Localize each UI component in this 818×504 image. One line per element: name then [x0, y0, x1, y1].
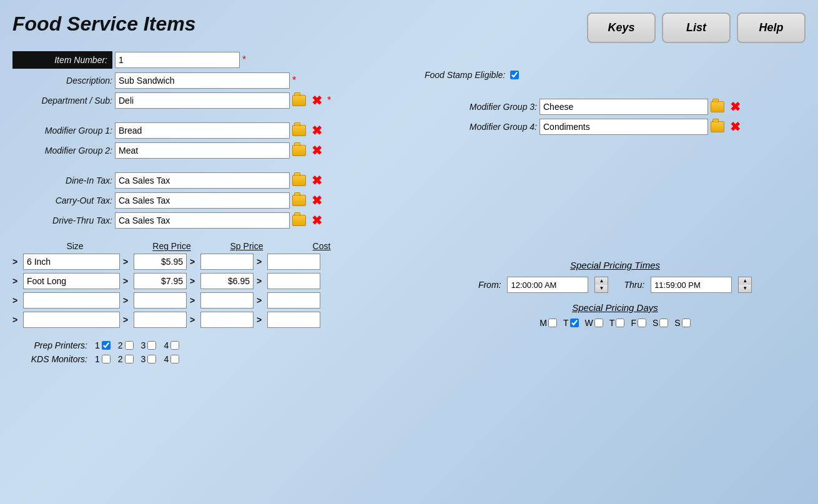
modifier2-row: Modifier Group 2: ✖ [12, 142, 412, 159]
department-input[interactable] [115, 92, 290, 109]
drive-thru-folder-button[interactable] [291, 212, 307, 229]
prep-printer-2-checkbox[interactable] [125, 341, 134, 350]
kds-monitors-label: KDS Monitors: [12, 354, 87, 364]
item-number-input[interactable] [115, 52, 240, 68]
cost-input-4[interactable] [267, 312, 320, 328]
size-row-4: > > > > [12, 312, 412, 328]
kds-monitor-4-num: 4 [164, 354, 169, 364]
cost-input-2[interactable] [267, 273, 320, 289]
description-input[interactable] [115, 72, 290, 89]
modifier4-clear-button[interactable]: ✖ [727, 119, 743, 135]
modifier1-clear-button[interactable]: ✖ [308, 122, 325, 139]
prep-printer-1-checkbox[interactable] [102, 341, 111, 350]
dine-in-clear-button[interactable]: ✖ [308, 172, 325, 189]
from-time-up[interactable]: ▲ [595, 277, 608, 285]
reg-price-input-4[interactable] [134, 312, 187, 328]
thru-time-up[interactable]: ▲ [739, 277, 751, 285]
x-icon: ✖ [312, 94, 322, 107]
special-pricing-days-row: M T W T F [425, 318, 806, 328]
modifier4-row: Modifier Group 4: ✖ [425, 119, 806, 135]
reg-price-input-1[interactable] [134, 254, 187, 270]
drive-thru-input[interactable] [115, 212, 290, 229]
food-stamp-row: Food Stamp Eligible: [425, 70, 806, 80]
modifier4-label: Modifier Group 4: [425, 122, 537, 132]
kds-monitor-4-checkbox[interactable] [170, 355, 179, 363]
from-time-input[interactable] [507, 277, 588, 293]
prep-printer-3: 3 [141, 340, 157, 350]
sp-price-input-1[interactable] [200, 254, 254, 270]
modifier1-folder-button[interactable] [291, 122, 307, 139]
folder-icon [292, 145, 306, 156]
thru-time-input[interactable] [651, 277, 732, 293]
folder-icon [292, 95, 306, 106]
from-time-down[interactable]: ▼ [595, 285, 608, 292]
kds-monitor-1-checkbox[interactable] [102, 355, 111, 363]
thru-time-spinner[interactable]: ▲ ▼ [738, 277, 752, 293]
size-arrow-1: > [12, 257, 20, 267]
size-input-3[interactable] [23, 292, 120, 309]
carry-out-clear-button[interactable]: ✖ [308, 192, 325, 209]
kds-monitor-2-checkbox[interactable] [125, 355, 134, 363]
day-wednesday-checkbox[interactable] [594, 319, 603, 327]
department-clear-button[interactable]: ✖ [308, 92, 325, 109]
day-saturday: S [653, 318, 668, 328]
description-label: Description: [12, 76, 112, 86]
day-sunday-letter: S [674, 318, 680, 328]
sp-price-input-2[interactable] [200, 273, 254, 289]
x-icon: ✖ [312, 124, 322, 137]
description-required: * [292, 75, 296, 86]
day-friday-checkbox[interactable] [638, 319, 646, 327]
prep-printers-label: Prep Printers: [12, 340, 87, 350]
reg-price-input-2[interactable] [134, 273, 187, 289]
size-input-1[interactable] [23, 254, 120, 270]
day-tuesday-checkbox[interactable] [570, 319, 579, 327]
prep-printer-3-checkbox[interactable] [147, 341, 156, 350]
kds-monitor-3-checkbox[interactable] [147, 355, 156, 363]
day-monday-checkbox[interactable] [548, 319, 557, 327]
sizes-section: Size Reg Price Sp Price Cost > > > > > [12, 241, 412, 328]
modifier3-input[interactable] [540, 99, 708, 115]
x-icon: ✖ [312, 174, 322, 187]
size-input-4[interactable] [23, 312, 120, 328]
day-thursday-letter: T [609, 318, 615, 328]
reg-price-input-3[interactable] [134, 292, 187, 309]
cost-col-header: Cost [293, 241, 350, 251]
carry-out-input[interactable] [115, 192, 290, 209]
modifier1-input[interactable] [115, 122, 290, 139]
keys-button[interactable]: Keys [587, 12, 656, 43]
department-folder-button[interactable] [291, 92, 307, 109]
modifier2-clear-button[interactable]: ✖ [308, 142, 325, 159]
description-row: Description: * [12, 72, 412, 89]
day-sunday-checkbox[interactable] [682, 319, 691, 327]
drive-thru-label: Drive-Thru Tax: [12, 215, 112, 225]
size-row-2: > > > > [12, 273, 412, 289]
day-thursday-checkbox[interactable] [616, 319, 624, 327]
size-input-2[interactable] [23, 273, 120, 289]
prep-printer-1-num: 1 [95, 340, 100, 350]
cost-input-1[interactable] [267, 254, 320, 270]
sp-price-input-4[interactable] [200, 312, 254, 328]
list-button[interactable]: List [662, 12, 731, 43]
modifier4-folder-button[interactable] [709, 119, 726, 135]
thru-time-down[interactable]: ▼ [739, 285, 751, 292]
help-button[interactable]: Help [737, 12, 806, 43]
prep-printer-4-checkbox[interactable] [170, 341, 179, 350]
dine-in-folder-button[interactable] [291, 172, 307, 189]
modifier3-clear-button[interactable]: ✖ [727, 99, 743, 115]
carry-out-folder-button[interactable] [291, 192, 307, 209]
day-saturday-checkbox[interactable] [659, 319, 668, 327]
sp-price-input-3[interactable] [200, 292, 254, 309]
special-pricing-times-row: From: ▲ ▼ Thru: ▲ ▼ [425, 277, 806, 293]
cost-input-3[interactable] [267, 292, 320, 309]
item-number-required: * [242, 54, 246, 66]
modifier2-folder-button[interactable] [291, 142, 307, 159]
modifier2-input[interactable] [115, 142, 290, 159]
modifier3-folder-button[interactable] [709, 99, 726, 115]
modifier4-input[interactable] [540, 119, 708, 135]
from-time-spinner[interactable]: ▲ ▼ [594, 277, 608, 293]
main-content: Item Number: * Description: * Department… [12, 51, 806, 368]
food-stamp-checkbox[interactable] [510, 71, 519, 79]
folder-icon [292, 195, 306, 206]
dine-in-input[interactable] [115, 172, 290, 189]
drive-thru-clear-button[interactable]: ✖ [308, 212, 325, 229]
